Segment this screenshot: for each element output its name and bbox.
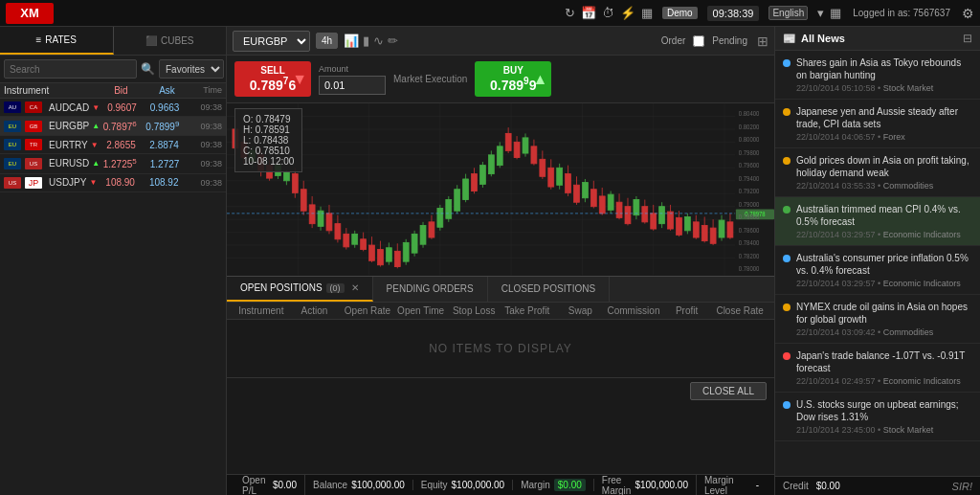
svg-rect-65 (420, 225, 426, 244)
chart-tool-icons: 📊 ▮ ∿ ✏ (344, 34, 398, 48)
grid-icon[interactable]: ▦ (641, 6, 653, 20)
calendar-icon[interactable]: 📅 (581, 6, 596, 20)
news-headline: Australian trimmed mean CPI 0.4% vs. 0.5… (796, 203, 972, 228)
news-meta: 22/10/2014 05:10:58 • Stock Market (796, 83, 972, 93)
status-balance: Balance $100,000.00 (305, 480, 413, 490)
instrument-name: EURGBP (49, 121, 89, 131)
svg-rect-133 (710, 228, 716, 243)
news-headline: Japanese yen and Aussie steady after tra… (796, 105, 972, 130)
svg-rect-123 (668, 212, 674, 229)
chart-canvas[interactable]: O: 0.78479 H: 0.78591 L: 0.78438 C: 0.78… (227, 103, 774, 276)
balance-label: Balance (313, 480, 347, 490)
news-meta: 22/10/2014 04:06:57 • Forex (796, 132, 972, 142)
news-icon: 📰 (783, 33, 796, 45)
svg-rect-119 (651, 214, 657, 229)
svg-text:0.80000: 0.80000 (739, 136, 760, 144)
news-category: Commodities (883, 181, 934, 191)
news-content: Australian trimmed mean CPI 0.4% vs. 0.5… (796, 203, 972, 239)
instrument-audcad: AU CA AUDCAD ▼ (4, 101, 100, 113)
clock-icon[interactable]: ⏱ (602, 6, 614, 20)
close-tab-icon[interactable]: ✕ (351, 282, 359, 293)
bid-eurusd: 1.27255 (100, 157, 143, 169)
flag-eu2: EU (4, 139, 21, 150)
svg-rect-85 (505, 133, 511, 150)
news-item[interactable]: Japan's trade balance -1.07T vs. -0.91T … (775, 344, 980, 393)
list-item[interactable]: AU CA AUDCAD ▼ 0.9607 0.9663 09:38 (0, 99, 226, 117)
language-selector[interactable]: English (768, 6, 808, 20)
pattern-icon: ▦ (830, 6, 841, 20)
pending-orders-label: PENDING ORDERS (387, 283, 474, 294)
bar-chart-icon[interactable]: 📊 (344, 34, 359, 48)
close-all-button[interactable]: CLOSE ALL (690, 382, 767, 400)
amount-input[interactable] (319, 76, 386, 95)
refresh-icon[interactable]: ↻ (565, 6, 575, 20)
time-display: 09:38:39 (707, 6, 760, 21)
news-item[interactable]: U.S. stocks surge on upbeat earnings; Do… (775, 393, 980, 441)
sell-label: SELL (260, 65, 285, 76)
list-item[interactable]: US JP USDJPY ▼ 108.90 108.92 09:38 (0, 174, 226, 192)
list-item[interactable]: EU US EURUSD ▲ 1.27255 1.2727 09:38 (0, 154, 226, 173)
news-dot-green (783, 206, 791, 214)
tab-closed-positions[interactable]: CLOSED POSITIONS (488, 277, 610, 302)
news-item[interactable]: NYMEX crude oil gains in Asia on hopes f… (775, 295, 980, 344)
settings-icon[interactable]: ⚙ (962, 6, 974, 21)
tab-pending-orders[interactable]: PENDING ORDERS (373, 277, 488, 302)
chevron-down-icon[interactable]: ▾ (817, 6, 824, 20)
svg-text:0.78000: 0.78000 (739, 264, 760, 272)
svg-rect-117 (642, 207, 648, 222)
timeframe-4h-btn[interactable]: 4h (316, 33, 338, 49)
no-items-text: NO ITEMS TO DISPLAY (227, 320, 774, 377)
lightning-icon[interactable]: ⚡ (620, 6, 635, 20)
sell-button[interactable]: SELL 0.78976 ▼ (234, 61, 311, 97)
svg-rect-57 (386, 248, 391, 261)
cubes-icon: ⬛ (145, 35, 157, 46)
news-item[interactable]: Australian trimmed mean CPI 0.4% vs. 0.5… (775, 197, 980, 246)
news-meta: 22/10/2014 03:29:57 • Economic Indicator… (796, 279, 972, 288)
news-item[interactable]: Japanese yen and Aussie steady after tra… (775, 100, 980, 148)
order-box: SELL 0.78976 ▼ Amount Market Execution B… (227, 56, 774, 103)
pair-selector[interactable]: EURGBP (233, 31, 310, 52)
svg-text:0.78400: 0.78400 (739, 239, 760, 247)
line-chart-icon[interactable]: ∿ (373, 34, 384, 48)
order-checkbox[interactable] (693, 35, 704, 47)
news-expand-btn[interactable]: ⊟ (963, 32, 972, 45)
candlestick-icon[interactable]: ▮ (363, 34, 369, 48)
free-margin-value: $100,000.00 (635, 480, 688, 490)
margin-label: Margin (521, 480, 550, 490)
equity-label: Equity (421, 480, 448, 490)
news-category: Forex (883, 132, 905, 142)
favorites-select[interactable]: Favorites (159, 59, 224, 79)
svg-rect-129 (693, 222, 699, 237)
status-open-pl: Open P/L $0.00 (234, 475, 305, 496)
col-header-time: Time (181, 85, 222, 96)
status-free-margin: Free Margin $100,000.00 (594, 475, 697, 496)
ohlc-info-box: O: 0.78479 H: 0.78591 L: 0.78438 C: 0.78… (234, 108, 302, 172)
search-icon[interactable]: 🔍 (141, 62, 155, 76)
right-panel: 📰 All News ⊟ Shares gain in Asia as Toky… (774, 27, 980, 495)
rates-tab[interactable]: ≡ RATES (0, 27, 114, 55)
svg-rect-35 (292, 174, 298, 193)
col-swap-header: Swap (554, 305, 608, 316)
list-item[interactable]: EU TR EURTRY ▼ 2.8655 2.8874 09:38 (0, 136, 226, 154)
news-item[interactable]: Shares gain in Asia as Tokyo rebounds on… (775, 51, 980, 100)
ohlc-low: L: 0.78438 (243, 135, 294, 146)
news-headline: U.S. stocks surge on upbeat earnings; Do… (796, 398, 972, 423)
buy-button[interactable]: BUY 0.78999 ▲ (475, 61, 551, 97)
arrow-down-icon: ▼ (92, 103, 100, 112)
search-input[interactable] (4, 59, 137, 79)
ohlc-open: O: 0.78479 (243, 114, 294, 124)
draw-icon[interactable]: ✏ (388, 34, 398, 48)
tab-open-positions[interactable]: OPEN POSITIONS (0) ✕ (227, 277, 373, 302)
svg-rect-79 (479, 166, 485, 185)
news-item[interactable]: Australia's consumer price inflation 0.5… (775, 246, 980, 295)
svg-rect-135 (719, 220, 724, 237)
instrument-name: AUDCAD (49, 102, 89, 113)
equity-value: $100,000.00 (452, 480, 505, 490)
svg-rect-109 (608, 194, 613, 210)
list-item[interactable]: EU GB EURGBP ▲ 0.78976 0.78999 09:38 (0, 117, 226, 136)
expand-chart-btn[interactable]: ⊞ (757, 34, 768, 49)
time-usdjpy: 09:38 (184, 178, 222, 188)
cubes-tab[interactable]: ⬛ CUBES (114, 27, 227, 55)
news-item[interactable]: Gold prices down in Asia on profit takin… (775, 148, 980, 197)
news-meta: 22/10/2014 03:55:33 • Commodities (796, 181, 972, 191)
